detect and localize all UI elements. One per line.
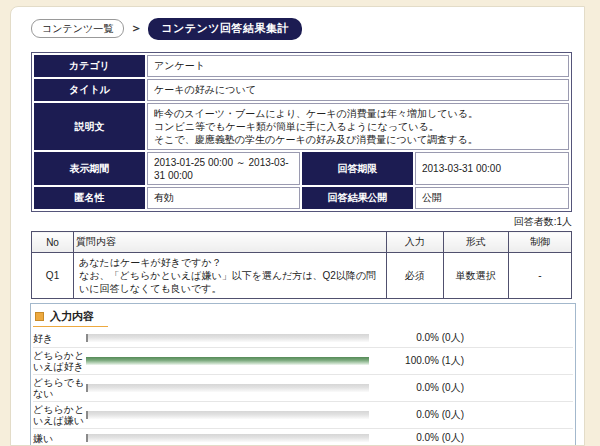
- bar-row: 嫌い0.0% (0人): [33, 429, 573, 446]
- bar-value-label: 0.0% (0人): [369, 408, 464, 422]
- result-publish-label: 回答結果公開: [302, 187, 413, 209]
- table-row: 説明文 昨今のスイーツ・ブームにより、ケーキの消費量は年々増加している。 コンビ…: [34, 103, 569, 150]
- table-row: Q1 あなたはケーキが好きですか？ なお、「どちらかといえば嫌い」以下を選んだ方…: [32, 253, 572, 299]
- description-line: 昨今のスイーツ・ブームにより、ケーキの消費量は年々増加している。: [154, 107, 562, 120]
- bar-row: どちらでもない0.0% (0人): [33, 375, 573, 402]
- answer-deadline-label: 回答期限: [302, 152, 413, 185]
- bar-zero-tick: [86, 334, 88, 342]
- bar-category-label: 好き: [33, 333, 86, 344]
- answer-chart-section: 入力内容 好き0.0% (0人)どちらかといえば好き100.0% (1人)どちら…: [30, 303, 576, 446]
- bar-zero-tick: [86, 384, 88, 392]
- question-no: Q1: [32, 253, 74, 299]
- bar-track: [86, 357, 369, 365]
- bar-row: どちらかといえば嫌い0.0% (0人): [33, 402, 573, 429]
- result-publish-value: 公開: [415, 187, 569, 209]
- breadcrumb-arrow-icon: ＞: [129, 20, 143, 37]
- content-panel: コンテンツ一覧 ＞ コンテンツ回答結果集計 カテゴリ アンケート タイトル ケー…: [10, 6, 585, 446]
- category-value: アンケート: [147, 55, 569, 77]
- section-bullet-icon: [35, 312, 44, 321]
- content-list-button[interactable]: コンテンツ一覧: [31, 19, 124, 38]
- question-input: 必須: [386, 253, 443, 299]
- section-title: 入力内容: [50, 309, 94, 324]
- bar-row: どちらかといえば好き100.0% (1人): [33, 348, 573, 375]
- question-line: あなたはケーキが好きですか？: [79, 256, 381, 269]
- description-value: 昨今のスイーツ・ブームにより、ケーキの消費量は年々増加している。 コンビニ等でも…: [147, 103, 569, 150]
- table-row: 匿名性 有効 回答結果公開 公開: [34, 187, 569, 209]
- chart-rows: 好き0.0% (0人)どちらかといえば好き100.0% (1人)どちらでもない0…: [33, 329, 573, 446]
- bar-track: [86, 434, 369, 442]
- description-line: そこで、慶應義塾の学生のケーキの好み及び消費量について調査する。: [154, 133, 562, 146]
- section-header: 入力内容: [33, 308, 108, 327]
- answer-deadline-value: 2013-03-31 00:00: [415, 152, 569, 185]
- bar-category-label: どちらでもない: [33, 377, 86, 399]
- category-label: カテゴリ: [34, 55, 145, 77]
- bar-zero-tick: [86, 411, 88, 419]
- bar-track: [86, 411, 369, 419]
- header-question: 質問内容: [74, 232, 387, 253]
- question-control: -: [508, 253, 571, 299]
- bar-fill: [86, 357, 369, 365]
- question-text: あなたはケーキが好きですか？ なお、「どちらかといえば嫌い」以下を選んだ方は、Q…: [74, 253, 387, 299]
- table-row: カテゴリ アンケート: [34, 55, 569, 77]
- question-line: なお、「どちらかといえば嫌い」以下を選んだ方は、Q2以降の問いに回答しなくても良…: [79, 269, 381, 295]
- header-input: 入力: [386, 232, 443, 253]
- bar-value-label: 0.0% (0人): [369, 381, 464, 395]
- table-row: 表示期間 2013-01-25 00:00 ～ 2013-03-31 00:00…: [34, 152, 569, 185]
- description-line: コンビニ等でもケーキ類が簡単に手に入るようになっている。: [154, 120, 562, 133]
- question-format: 単数選択: [443, 253, 508, 299]
- title-value: ケーキの好みについて: [147, 79, 569, 101]
- current-page-badge: コンテンツ回答結果集計: [148, 18, 302, 40]
- bar-zero-tick: [86, 434, 88, 442]
- bar-row: 好き0.0% (0人): [33, 329, 573, 348]
- header-no: No: [32, 232, 74, 253]
- bar-category-label: どちらかといえば嫌い: [33, 404, 86, 426]
- anonymity-label: 匿名性: [34, 187, 145, 209]
- header-format: 形式: [443, 232, 508, 253]
- question-table-header-row: No 質問内容 入力 形式 制御: [32, 232, 572, 253]
- question-table: No 質問内容 入力 形式 制御 Q1 あなたはケーキが好きですか？ なお、「ど…: [31, 231, 572, 299]
- bar-track: [86, 384, 369, 392]
- description-label: 説明文: [34, 103, 145, 150]
- respondent-count: 回答者数:1人: [31, 215, 572, 229]
- table-row: タイトル ケーキの好みについて: [34, 79, 569, 101]
- bar-value-label: 0.0% (0人): [369, 331, 464, 345]
- anonymity-value: 有効: [147, 187, 300, 209]
- bar-value-label: 100.0% (1人): [369, 354, 464, 368]
- breadcrumb: コンテンツ一覧 ＞ コンテンツ回答結果集計: [31, 18, 584, 39]
- bar-category-label: どちらかといえば好き: [33, 350, 86, 372]
- title-label: タイトル: [34, 79, 145, 101]
- display-period-label: 表示期間: [34, 152, 145, 185]
- bar-category-label: 嫌い: [33, 433, 86, 444]
- bar-value-label: 0.0% (0人): [369, 431, 464, 445]
- bar-track: [86, 334, 369, 342]
- survey-info-table: カテゴリ アンケート タイトル ケーキの好みについて 説明文 昨今のスイーツ・ブ…: [31, 52, 572, 212]
- header-control: 制御: [508, 232, 571, 253]
- display-period-value: 2013-01-25 00:00 ～ 2013-03-31 00:00: [147, 152, 300, 185]
